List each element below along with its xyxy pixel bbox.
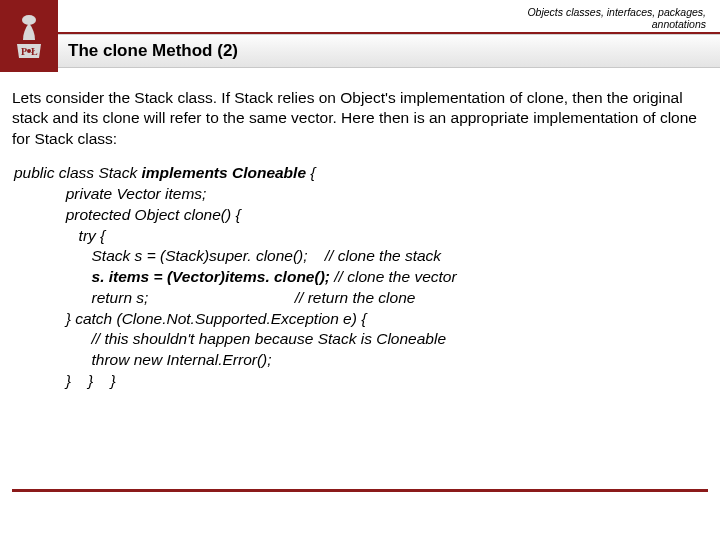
code-line: throw new Internal.Error(); — [14, 351, 272, 368]
breadcrumb-line1: Objects classes, interfaces, packages, — [527, 6, 706, 18]
crest-icon: P Ł — [7, 8, 51, 64]
title-bar: The clone Method (2) — [58, 34, 720, 68]
code-line: public class Stack — [14, 164, 142, 181]
code-line: { — [310, 164, 315, 181]
code-line: // clone the vector — [334, 268, 456, 285]
code-line-bold: implements Cloneable — [142, 164, 311, 181]
svg-text:P: P — [21, 46, 27, 57]
slide-content: Lets consider the Stack class. If Stack … — [0, 72, 720, 392]
intro-paragraph: Lets consider the Stack class. If Stack … — [12, 88, 708, 149]
svg-point-4 — [27, 49, 31, 53]
breadcrumb-line2: annotations — [527, 18, 706, 30]
code-line: } catch (Clone.Not.Supported.Exception e… — [14, 310, 366, 327]
code-line: try { — [14, 227, 105, 244]
slide-header: P Ł Objects classes, interfaces, package… — [0, 0, 720, 72]
code-line: } } } — [14, 372, 116, 389]
svg-text:Ł: Ł — [31, 46, 38, 57]
page-title: The clone Method (2) — [68, 41, 238, 61]
breadcrumb: Objects classes, interfaces, packages, a… — [527, 6, 706, 30]
code-line: protected Object clone() { — [14, 206, 241, 223]
code-line: Stack s = (Stack)super. clone(); // clon… — [14, 247, 441, 264]
code-line-bold: s. items = (Vector)items. clone(); — [92, 268, 335, 285]
code-line — [14, 268, 92, 285]
code-line: return s; // return the clone — [14, 289, 415, 306]
code-line: private Vector items; — [14, 185, 206, 202]
university-logo: P Ł — [0, 0, 58, 72]
code-line: // this shouldn't happen because Stack i… — [14, 330, 446, 347]
footer-rule — [12, 489, 708, 492]
code-block: public class Stack implements Cloneable … — [12, 163, 708, 391]
